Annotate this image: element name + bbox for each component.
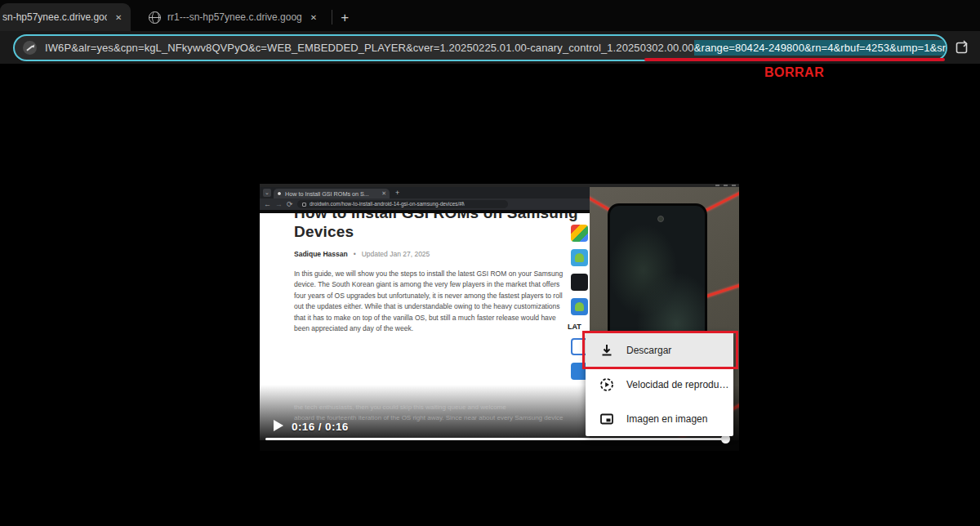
recorded-new-tab-icon: + bbox=[395, 189, 399, 197]
progress-bar[interactable] bbox=[265, 438, 728, 440]
page-heading-clipped: How to Install GSI ROMs on Samsung bbox=[294, 213, 590, 222]
sidebar-thumb-android2-icon bbox=[571, 298, 588, 315]
recorded-tab-close-icon: ✕ bbox=[381, 190, 386, 197]
extensions-icon[interactable] bbox=[955, 40, 969, 55]
url-selected-text: &range=80424-249800&rn=4&rbuf=4253&ump=1… bbox=[694, 40, 947, 56]
byline-dot: • bbox=[354, 250, 356, 258]
recorded-forward-icon: → bbox=[275, 201, 283, 208]
time-display: 0:16 / 0:16 bbox=[292, 421, 349, 433]
new-tab-button[interactable]: + bbox=[341, 10, 349, 26]
site-info-icon[interactable] bbox=[23, 41, 37, 55]
phone-camera-dot bbox=[657, 216, 664, 222]
borrar-annotation-label: BORRAR bbox=[764, 65, 824, 80]
updated-date: Updated Jan 27, 2025 bbox=[362, 250, 430, 258]
tab-close-icon[interactable]: ✕ bbox=[115, 13, 122, 22]
recorded-tab-search-icon: ⌄ bbox=[263, 189, 271, 197]
sidebar-thumb-pixel-icon bbox=[571, 225, 588, 242]
tab-active[interactable]: sn-hp57ynee.c.drive.goog ✕ bbox=[0, 3, 131, 31]
recorded-site-icon bbox=[302, 203, 306, 207]
url-prefix: IW6P&alr=yes&cpn=kgL_NFkywv8QVPyO&c=WEB_… bbox=[45, 42, 694, 54]
recorded-back-icon: ← bbox=[264, 201, 271, 208]
sidebar-latest-label: LAT bbox=[568, 323, 581, 331]
tab-close-icon[interactable]: ✕ bbox=[310, 13, 317, 22]
url-text: IW6P&alr=yes&cpn=kgL_NFkywv8QVPyO&c=WEB_… bbox=[45, 42, 947, 54]
recorded-tab-favicon-icon bbox=[277, 191, 282, 196]
recorded-tab: How to Install GSI ROMs on S... ✕ bbox=[274, 189, 390, 198]
globe-favicon-icon bbox=[149, 11, 161, 24]
recorded-tab-title: How to Install GSI ROMs on S... bbox=[285, 190, 371, 197]
page-paragraph: In this guide, we will show you the step… bbox=[294, 269, 565, 335]
recorded-toolbar: ← → ⟳ droidwin.com/how-to-install-androi… bbox=[260, 198, 590, 210]
recorded-url-text: droidwin.com/how-to-install-android-14-g… bbox=[310, 201, 465, 207]
tab-title: sn-hp57ynee.c.drive.goog bbox=[2, 11, 107, 23]
video-bottom-strip bbox=[260, 440, 739, 451]
playback-speed-icon bbox=[599, 377, 614, 392]
page-heading-line2: Devices bbox=[294, 223, 590, 241]
red-annotation-box bbox=[582, 331, 738, 369]
menu-item-label: Velocidad de reprodu… bbox=[626, 379, 728, 390]
tab-separator bbox=[332, 10, 332, 25]
tab-inactive[interactable]: rr1---sn-hp57ynee.c.drive.goog ✕ bbox=[144, 3, 322, 31]
picture-in-picture-icon bbox=[599, 412, 614, 426]
menu-item-velocidad[interactable]: Velocidad de reprodu… bbox=[586, 368, 733, 402]
page-byline: Sadique Hassan • Updated Jan 27, 2025 bbox=[294, 250, 590, 258]
red-underline-annotation bbox=[644, 58, 945, 61]
recorded-address-bar: droidwin.com/how-to-install-android-14-g… bbox=[297, 200, 508, 208]
recorded-tab-strip: ⌄ How to Install GSI ROMs on S... ✕ + bbox=[260, 187, 590, 198]
author-name: Sadique Hassan bbox=[294, 250, 348, 258]
sidebar-thumb-android-icon bbox=[571, 249, 588, 266]
sidebar-thumb-recovery-icon bbox=[571, 274, 588, 291]
menu-item-label: Imagen en imagen bbox=[626, 413, 707, 425]
tab-strip: sn-hp57ynee.c.drive.goog ✕ rr1---sn-hp57… bbox=[0, 0, 980, 31]
tab-title: rr1---sn-hp57ynee.c.drive.goog bbox=[167, 11, 302, 23]
menu-item-imagen-en-imagen[interactable]: Imagen en imagen bbox=[586, 402, 733, 436]
play-button[interactable] bbox=[274, 420, 283, 431]
page-heading-line1: How to Install GSI ROMs on Samsung bbox=[294, 213, 590, 222]
recorded-reload-icon: ⟳ bbox=[287, 201, 293, 208]
screen: sn-hp57ynee.c.drive.goog ✕ rr1---sn-hp57… bbox=[0, 0, 980, 526]
